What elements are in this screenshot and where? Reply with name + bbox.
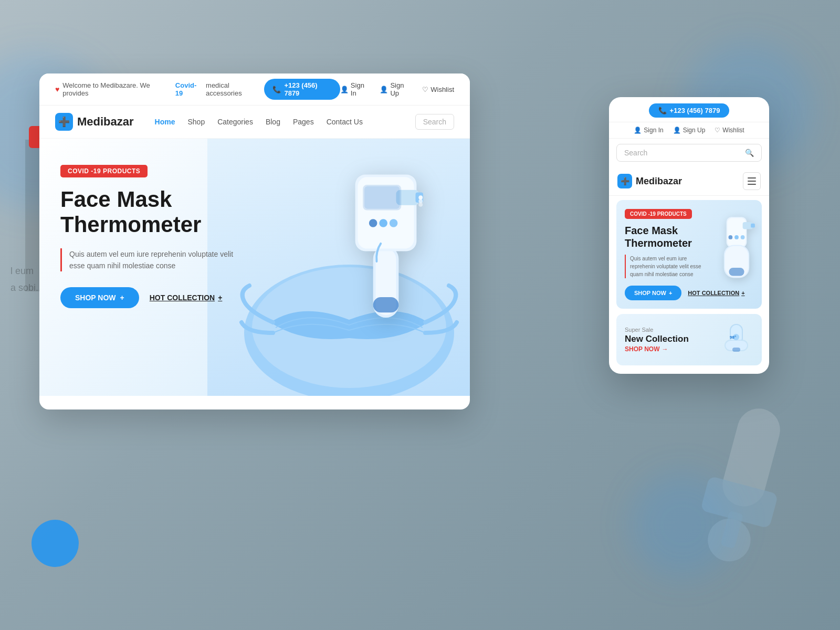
mobile-hero-title: Face Mask Thermometer xyxy=(625,224,698,249)
arrow-icon: + xyxy=(218,293,222,302)
mobile-phone-number: +123 (456) 7879 xyxy=(670,107,720,114)
nav-pages[interactable]: Pages xyxy=(293,118,314,126)
desktop-search-bar[interactable]: Search xyxy=(415,114,454,130)
mobile-user-icon: 👤 xyxy=(634,127,642,134)
wishlist-heart-icon: ♡ xyxy=(422,86,428,93)
user-icon: 👤 xyxy=(340,86,349,93)
sale-arrow-icon: → xyxy=(662,345,668,353)
hot-collection-button[interactable]: HOT COLLECTION + xyxy=(150,293,223,302)
svg-rect-20 xyxy=(373,297,399,312)
wishlist-link[interactable]: ♡ Wishlist xyxy=(422,86,454,93)
mobile-nav: ➕ Medibazar xyxy=(609,167,769,196)
hero-section: COVID -19 PRODUCTS Face Mask Thermometer… xyxy=(39,139,470,396)
mobile-hot-arrow: + xyxy=(741,290,744,296)
mobile-plus-icon: + xyxy=(669,290,672,296)
logo-icon: ➕ xyxy=(55,113,73,131)
hero-content: COVID -19 PRODUCTS Face Mask Thermometer… xyxy=(60,165,249,308)
top-bar-right: 👤 Sign In 👤 Sign Up ♡ Wishlist xyxy=(340,81,454,97)
svg-point-14 xyxy=(379,219,387,227)
logo: ➕ Medibazar xyxy=(55,113,134,131)
svg-rect-37 xyxy=(732,348,740,352)
top-bar-left: ♥ Welcome to Medibazare. We provides Cov… xyxy=(55,81,264,97)
mobile-top-bar: 📞 +123 (456) 7879 xyxy=(609,97,769,122)
svg-rect-22 xyxy=(728,218,746,246)
desktop-card: ♥ Welcome to Medibazare. We provides Cov… xyxy=(39,74,470,410)
mobile-search-bar[interactable]: Search 🔍 xyxy=(616,144,762,162)
nav-links: Home Shop Categories Blog Pages Contact … xyxy=(155,118,405,126)
nav-contact[interactable]: Contact Us xyxy=(327,118,363,126)
sign-up-link[interactable]: 👤 Sign Up xyxy=(380,81,412,97)
hero-buttons: SHOP NOW + HOT COLLECTION + xyxy=(60,287,249,308)
mobile-logo-icon: ➕ xyxy=(617,174,632,188)
svg-point-16 xyxy=(369,219,377,227)
mobile-shop-now-button[interactable]: SHOP NOW + xyxy=(625,286,681,300)
nav-categories[interactable]: Categories xyxy=(217,118,253,126)
mobile-search-placeholder: Search xyxy=(624,149,647,157)
svg-rect-30 xyxy=(729,268,744,276)
mobile-sign-up[interactable]: 👤 Sign Up xyxy=(673,127,706,134)
plus-icon: + xyxy=(120,293,124,302)
covid-link[interactable]: Covid-19 xyxy=(175,81,203,97)
hero-tag-badge: COVID -19 PRODUCTS xyxy=(60,165,148,177)
mobile-wishlist[interactable]: ♡ Wishlist xyxy=(715,127,744,134)
svg-rect-13 xyxy=(364,186,400,209)
phone-number: +123 (456) 7879 xyxy=(284,81,331,97)
mobile-hero: COVID -19 PRODUCTS Face Mask Thermometer… xyxy=(616,200,762,309)
sale-title: New Collection xyxy=(625,334,689,344)
search-placeholder: Search xyxy=(423,118,446,126)
mobile-search-icon: 🔍 xyxy=(745,149,754,157)
sale-shop-now-button[interactable]: SHOP NOW → xyxy=(625,345,689,353)
mobile-hero-desc: Quis autem vel eum iure reprehenin volup… xyxy=(625,255,704,278)
hero-description: Quis autem vel eum iure reprehenin volup… xyxy=(60,248,249,272)
bg-blue-circle xyxy=(32,520,79,567)
top-bar: ♥ Welcome to Medibazare. We provides Cov… xyxy=(39,74,470,106)
hamburger-line-1 xyxy=(748,177,756,178)
mobile-brand-name: Medibazar xyxy=(636,176,682,187)
mobile-logo: ➕ Medibazar xyxy=(617,174,682,188)
mobile-sign-in[interactable]: 👤 Sign In xyxy=(634,127,663,134)
hero-title: Face Mask Thermometer xyxy=(60,187,249,238)
mobile-phone-icon: 📞 xyxy=(658,107,667,114)
mobile-hot-collection-button[interactable]: HOT COLLECTION + xyxy=(688,290,744,296)
mobile-hero-tag: COVID -19 PRODUCTS xyxy=(625,209,692,219)
svg-point-28 xyxy=(734,235,739,239)
svg-point-18 xyxy=(418,199,423,203)
phone-badge[interactable]: 📞 +123 (456) 7879 xyxy=(264,79,340,100)
nav-home[interactable]: Home xyxy=(155,118,175,126)
mobile-card: 📞 +123 (456) 7879 👤 Sign In 👤 Sign Up ♡ … xyxy=(609,97,769,374)
mobile-phone-badge[interactable]: 📞 +123 (456) 7879 xyxy=(649,103,730,118)
hamburger-line-2 xyxy=(748,181,756,182)
mobile-account-icon: 👤 xyxy=(673,127,681,134)
hamburger-line-3 xyxy=(748,184,756,185)
svg-point-15 xyxy=(390,219,398,227)
welcome-text2: medical accessories xyxy=(206,81,264,97)
svg-text:98°: 98° xyxy=(730,335,736,340)
brand-name: Medibazar xyxy=(77,115,134,129)
mobile-hero-buttons: SHOP NOW + HOT COLLECTION + xyxy=(625,286,753,300)
svg-point-27 xyxy=(729,235,733,239)
mobile-heart-icon: ♡ xyxy=(715,127,720,134)
svg-rect-24 xyxy=(751,224,755,228)
sale-banner: Super Sale New Collection SHOP NOW → 98° xyxy=(616,314,762,365)
svg-point-29 xyxy=(741,235,745,239)
sale-label: Super Sale xyxy=(625,327,689,333)
shop-now-button[interactable]: SHOP NOW + xyxy=(60,287,139,308)
navbar: ➕ Medibazar Home Shop Categories Blog Pa… xyxy=(39,106,470,139)
bg-side-text: l eum a sobi... xyxy=(10,262,44,297)
welcome-text: Welcome to Medibazare. We provides xyxy=(62,81,172,97)
sale-text-area: Super Sale New Collection SHOP NOW → xyxy=(625,327,689,353)
svg-point-19 xyxy=(418,203,423,207)
sign-in-link[interactable]: 👤 Sign In xyxy=(340,81,370,97)
hamburger-button[interactable] xyxy=(743,172,761,190)
mobile-thermometer-illustration xyxy=(716,204,758,286)
thermometer-gun-illustration xyxy=(344,144,428,338)
sale-thermometer-icon: 98° xyxy=(719,321,753,358)
heart-icon: ♥ xyxy=(55,85,59,93)
svg-point-17 xyxy=(418,195,423,200)
nav-shop[interactable]: Shop xyxy=(188,118,205,126)
mobile-auth-bar: 👤 Sign In 👤 Sign Up ♡ Wishlist xyxy=(609,122,769,139)
phone-icon: 📞 xyxy=(272,86,281,93)
nav-blog[interactable]: Blog xyxy=(266,118,280,126)
account-icon: 👤 xyxy=(380,86,388,93)
